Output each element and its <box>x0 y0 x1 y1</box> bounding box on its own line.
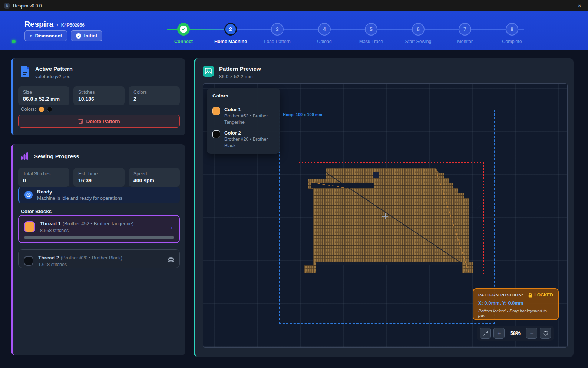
preview-canvas[interactable]: Hoop: 100 x 100 mm <box>203 83 568 348</box>
initial-label: Initial <box>84 33 97 39</box>
colors-label: Colors: <box>21 106 36 112</box>
initial-button[interactable]: ✓ Initial <box>71 30 102 41</box>
stat-colors-value: 2 <box>133 96 175 102</box>
bar-chart-icon <box>20 152 29 160</box>
speed-label: Speed <box>133 171 175 176</box>
compress-icon <box>483 331 488 336</box>
hoop-label: Hoop: 100 x 100 mm <box>283 112 322 117</box>
legend-name-2: Color 2 <box>224 130 274 136</box>
thread-2-stitches: 1.618 stitches <box>38 262 122 267</box>
legend-swatch-2 <box>212 130 220 138</box>
zoom-controls: + 58% − <box>477 326 554 341</box>
arrow-right-icon: → <box>167 223 174 231</box>
step-complete[interactable]: 8 Complete <box>490 23 534 44</box>
color-dot-black <box>47 107 52 112</box>
reset-view-button[interactable] <box>540 328 551 339</box>
step-home-label: Home Machine <box>208 39 253 44</box>
color-blocks-heading: Color Blocks <box>21 209 52 214</box>
thread-1-block[interactable]: Thread 1 (Brother #52 • Brother Tangerin… <box>18 215 180 243</box>
step-upload[interactable]: 4 Upload <box>302 23 347 44</box>
sewing-progress-card: Sewing Progress Total Stitches 0 Est. Ti… <box>11 144 185 355</box>
step-monitor-label: Monitor <box>443 39 487 44</box>
pattern-position-overlay: PATTERN POSITION: LOCKED X: 0.0mm, Y: 0.… <box>473 288 559 320</box>
status-description: Machine is idle and ready for operations <box>37 195 123 201</box>
close-button[interactable]: × <box>571 0 588 11</box>
stat-stitches: Stitches 10.186 <box>73 86 125 105</box>
thread-1-stitches: 8.568 stitches <box>40 228 133 233</box>
step-home-machine[interactable]: 2 Home Machine <box>208 23 253 44</box>
pattern-preview-title: Pattern Preview <box>219 66 261 72</box>
step-mask-trace[interactable]: 5 Mask Trace <box>349 23 393 44</box>
minimize-icon <box>544 6 547 6</box>
disconnect-label: Disconnect <box>35 33 62 39</box>
minimize-button[interactable] <box>537 0 554 11</box>
thread-2-block[interactable]: Thread 2 (Brother #20 • Brother Black) 1… <box>18 249 180 268</box>
stat-total-stitches: Total Stitches 0 <box>18 168 69 187</box>
image-icon <box>203 66 214 77</box>
step-load-pattern[interactable]: 3 Load Pattern <box>255 23 300 44</box>
locked-badge: LOCKED <box>534 292 553 298</box>
disconnect-button[interactable]: × Disconnect <box>24 30 67 41</box>
connection-status-dot <box>12 40 16 43</box>
stat-size-label: Size <box>23 90 65 95</box>
step-sewing-label: Start Sewing <box>396 39 440 44</box>
step-connect-label: Connect <box>161 39 206 44</box>
trash-icon <box>78 119 83 124</box>
step-load-label: Load Pattern <box>255 39 300 44</box>
legend-detail-1: Brother #52 • Brother Tangerine <box>224 113 274 126</box>
step-complete-circle: 8 <box>506 23 518 36</box>
total-stitches-value: 0 <box>23 178 65 183</box>
zoom-out-button[interactable]: − <box>526 328 537 339</box>
step-upload-label: Upload <box>302 39 347 44</box>
pan-hint: Pattern locked • Drag background to pan <box>478 309 553 318</box>
step-connect-circle: ✓ <box>177 23 190 36</box>
zoom-in-button[interactable]: + <box>493 328 505 339</box>
est-time-label: Est. Time <box>78 171 120 176</box>
legend-title: Colors <box>212 93 274 102</box>
stat-speed: Speed 400 spm <box>129 168 180 187</box>
step-complete-label: Complete <box>490 39 534 44</box>
pattern-filename: valetudogv2.pes <box>35 74 73 79</box>
pattern-coordinates: X: 0.0mm, Y: 0.0mm <box>478 300 553 306</box>
step-monitor[interactable]: 7 Monitor <box>443 23 487 44</box>
pattern-bounds <box>297 162 484 275</box>
legend-detail-2: Brother #20 • Brother Black <box>224 136 274 149</box>
active-pattern-title: Active Pattern <box>35 66 73 72</box>
check-icon: ✓ <box>180 26 187 33</box>
stack-icon <box>168 257 174 265</box>
stat-size: Size 86.0 x 52.2 mm <box>18 86 69 105</box>
est-time-value: 16:39 <box>78 178 120 183</box>
step-sewing-circle: 6 <box>412 23 425 36</box>
delete-pattern-button[interactable]: Delete Pattern <box>18 115 180 128</box>
serial-separator: • <box>56 23 58 28</box>
stat-size-value: 86.0 x 52.2 mm <box>23 96 65 102</box>
status-title: Ready <box>37 189 123 195</box>
pattern-position-label: PATTERN POSITION: <box>478 293 523 297</box>
disconnect-x-icon: × <box>30 33 33 39</box>
close-icon: × <box>578 3 581 9</box>
thread-1-progress-bar <box>24 236 174 239</box>
legend-item-color2: Color 2 Brother #20 • Brother Black <box>212 130 274 149</box>
refresh-icon <box>543 331 548 336</box>
step-monitor-circle: 7 <box>459 23 471 36</box>
brand-name: Respira <box>24 20 53 29</box>
total-stitches-label: Total Stitches <box>23 171 65 176</box>
lock-icon <box>528 293 532 298</box>
maximize-button[interactable] <box>554 0 571 11</box>
step-mask-circle: 5 <box>365 23 377 36</box>
color-dot-orange <box>39 107 44 112</box>
thread-1-name: Thread 1 <box>40 221 61 226</box>
thread-2-swatch <box>24 256 33 266</box>
step-connect[interactable]: ✓ Connect <box>161 23 206 44</box>
active-pattern-card: Active Pattern valetudogv2.pes Size 86.0… <box>11 58 185 135</box>
pattern-preview-card: Pattern Preview 86.0 × 52.2 mm Hoop: 100… <box>194 58 574 357</box>
thread-1-swatch <box>24 221 35 232</box>
fit-view-button[interactable] <box>480 328 491 339</box>
stat-stitches-label: Stitches <box>78 90 120 95</box>
step-start-sewing[interactable]: 6 Start Sewing <box>396 23 440 44</box>
stat-colors-label: Colors <box>133 90 175 95</box>
maximize-icon <box>561 4 564 7</box>
stat-est-time: Est. Time 16:39 <box>73 168 125 187</box>
stat-colors: Colors 2 <box>129 86 180 105</box>
file-icon <box>20 66 30 77</box>
